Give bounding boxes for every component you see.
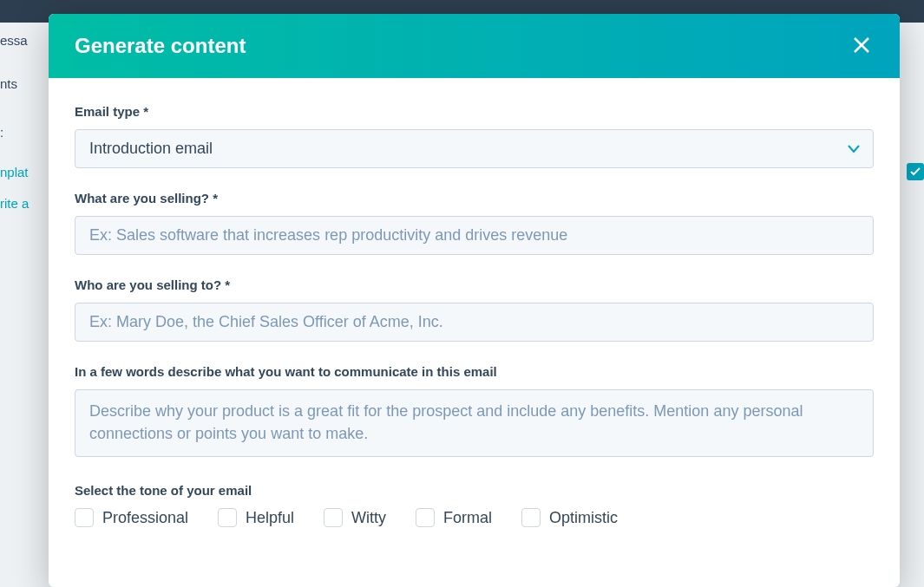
- generate-content-modal: Generate content Email type * Introducti…: [49, 14, 900, 587]
- bg-link-fragment[interactable]: nplat: [0, 165, 29, 179]
- email-type-label: Email type *: [75, 104, 874, 119]
- checkbox-icon: [75, 508, 94, 527]
- describe-group: In a few words describe what you want to…: [75, 364, 874, 460]
- tone-option-helpful[interactable]: Helpful: [218, 508, 294, 527]
- modal-body: Email type * Introduction email What are…: [49, 78, 900, 587]
- selling-to-group: Who are you selling to? *: [75, 277, 874, 342]
- check-icon: [910, 167, 921, 176]
- bg-checkbox-fragment[interactable]: [907, 163, 924, 180]
- tone-option-label: Professional: [102, 509, 188, 527]
- tone-option-witty[interactable]: Witty: [324, 508, 386, 527]
- modal-header: Generate content: [49, 14, 900, 78]
- tone-option-label: Witty: [351, 509, 386, 527]
- tone-option-optimistic[interactable]: Optimistic: [521, 508, 618, 527]
- tone-option-label: Formal: [443, 509, 492, 527]
- email-type-select[interactable]: Introduction email: [75, 129, 874, 168]
- selling-what-input[interactable]: [75, 216, 874, 255]
- describe-label: In a few words describe what you want to…: [75, 364, 874, 379]
- checkbox-icon: [218, 508, 237, 527]
- checkbox-icon: [521, 508, 541, 527]
- tone-option-formal[interactable]: Formal: [416, 508, 492, 527]
- email-type-select-wrap: Introduction email: [75, 129, 874, 168]
- modal-title: Generate content: [75, 34, 246, 58]
- tone-option-professional[interactable]: Professional: [75, 508, 188, 527]
- tone-option-label: Helpful: [246, 509, 294, 527]
- tone-group: Select the tone of your email Profession…: [75, 483, 874, 527]
- bg-text-fragment: :: [0, 125, 3, 140]
- tone-label: Select the tone of your email: [75, 483, 874, 498]
- bg-text-fragment: nts: [0, 76, 17, 91]
- selling-to-input[interactable]: [75, 303, 874, 342]
- bg-link-fragment[interactable]: rite a: [0, 196, 29, 211]
- tone-options-row: Professional Helpful Witty Formal Optimi…: [75, 508, 874, 527]
- close-button[interactable]: [849, 31, 874, 61]
- checkbox-icon: [324, 508, 343, 527]
- checkbox-icon: [416, 508, 435, 527]
- tone-option-label: Optimistic: [549, 509, 618, 527]
- email-type-group: Email type * Introduction email: [75, 104, 874, 168]
- close-icon: [853, 36, 870, 54]
- bg-text-fragment: essa: [0, 33, 28, 48]
- selling-what-group: What are you selling? *: [75, 191, 874, 255]
- selling-what-label: What are you selling? *: [75, 191, 874, 205]
- describe-textarea[interactable]: [75, 389, 874, 457]
- selling-to-label: Who are you selling to? *: [75, 277, 874, 292]
